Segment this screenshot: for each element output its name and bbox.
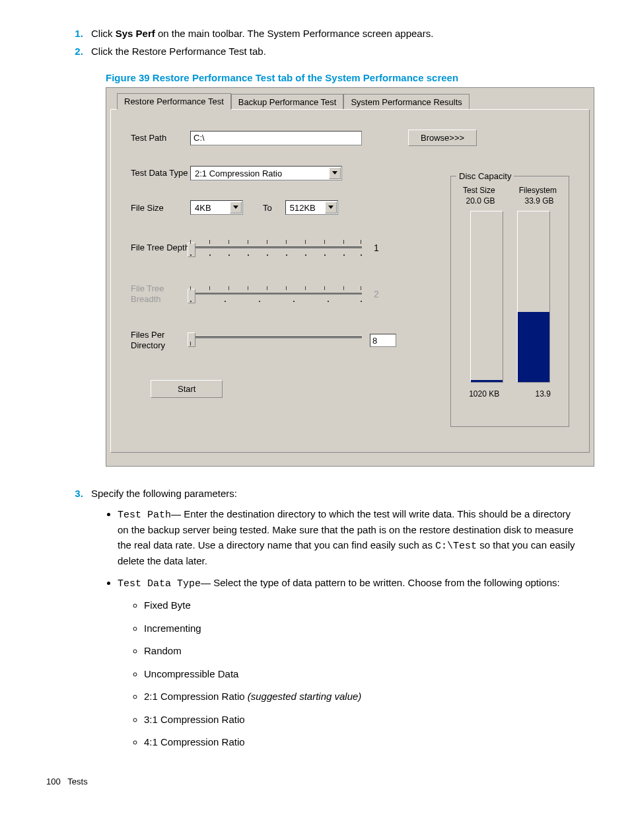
file-tree-depth-slider[interactable] bbox=[190, 235, 362, 261]
browse-button[interactable]: Browse>>> bbox=[408, 130, 477, 146]
label-to: To bbox=[263, 203, 272, 213]
page-number: 100 bbox=[46, 777, 61, 786]
data-type-options: Fixed Byte Incrementing Random Uncompres… bbox=[118, 598, 584, 750]
dc-bar-test-size bbox=[470, 211, 503, 383]
app-window: Restore Performance Test Backup Performa… bbox=[106, 87, 594, 467]
figure-caption: Figure 39 Restore Performance Test tab o… bbox=[106, 72, 584, 83]
opt-fixed-byte: Fixed Byte bbox=[144, 598, 584, 613]
files-per-directory-slider[interactable] bbox=[190, 327, 362, 354]
svg-marker-0 bbox=[332, 171, 337, 174]
step-2: Click the Restore Performance Test tab. bbox=[86, 44, 584, 59]
step-1: Click Sys Perf on the main toolbar. The … bbox=[86, 26, 584, 42]
svg-marker-2 bbox=[328, 206, 333, 209]
label-file-tree-depth: File Tree Depth bbox=[131, 243, 190, 253]
chevron-down-icon bbox=[329, 167, 341, 179]
params-bullets: Test Path— Enter the destination directo… bbox=[91, 507, 584, 750]
label-files-per-directory: Files Per Directory bbox=[131, 330, 190, 350]
tab-sys-results[interactable]: System Performance Results bbox=[343, 94, 469, 110]
opt-incrementing: Incrementing bbox=[144, 621, 584, 636]
tab-backup-perf[interactable]: Backup Performance Test bbox=[231, 94, 344, 110]
test-path-input[interactable] bbox=[190, 131, 362, 145]
step-3: Specify the following parameters: Test P… bbox=[86, 486, 584, 750]
tab-body: Test Path Browse>>> Test Data Type 2:1 C… bbox=[110, 109, 590, 453]
dc-value-filesystem: 33.9 GB bbox=[524, 196, 553, 206]
disc-capacity-panel: Disc Capacity Test Size Filesystem 20.0 … bbox=[450, 176, 569, 427]
dc-header-test-size: Test Size bbox=[463, 186, 495, 195]
file-tree-depth-value: 1 bbox=[374, 243, 379, 253]
dc-bottom-filesystem: 13.9 bbox=[535, 389, 550, 399]
dc-header-filesystem: Filesystem bbox=[519, 186, 557, 195]
chevron-down-icon bbox=[230, 202, 242, 213]
opt-2-1: 2:1 Compression Ratio (suggested startin… bbox=[144, 689, 584, 705]
param-test-path: Test Path— Enter the destination directo… bbox=[118, 507, 584, 569]
dc-bottom-test-size: 1020 KB bbox=[469, 389, 499, 399]
svg-marker-1 bbox=[233, 206, 238, 209]
label-test-data-type: Test Data Type bbox=[131, 168, 190, 178]
opt-uncompressible: Uncompressible Data bbox=[144, 667, 584, 682]
test-data-type-dropdown[interactable]: 2:1 Compression Ratio bbox=[190, 166, 342, 180]
files-per-directory-input[interactable] bbox=[370, 334, 396, 347]
file-tree-breadth-value: 2 bbox=[374, 289, 379, 299]
disc-capacity-legend: Disc Capacity bbox=[456, 171, 514, 181]
label-file-tree-breadth: File Tree Breadth bbox=[131, 284, 190, 304]
steps-list: Click Sys Perf on the main toolbar. The … bbox=[46, 26, 584, 59]
param-test-data-type: Test Data Type— Select the type of data … bbox=[118, 576, 584, 750]
opt-random: Random bbox=[144, 644, 584, 659]
chevron-down-icon bbox=[325, 202, 337, 213]
file-tree-breadth-slider bbox=[190, 281, 362, 307]
page-footer: 100 Tests bbox=[46, 777, 584, 786]
file-size-from-dropdown[interactable]: 4KB bbox=[190, 200, 243, 215]
tab-restore-perf[interactable]: Restore Performance Test bbox=[117, 93, 231, 110]
dc-value-test-size: 20.0 GB bbox=[466, 196, 495, 206]
label-file-size: File Size bbox=[131, 203, 190, 213]
label-test-path: Test Path bbox=[131, 133, 190, 143]
section-name: Tests bbox=[67, 777, 87, 786]
file-size-to-dropdown[interactable]: 512KB bbox=[285, 200, 338, 215]
tabs-row: Restore Performance Test Backup Performa… bbox=[110, 92, 590, 109]
dc-bar-filesystem bbox=[517, 211, 550, 383]
opt-3-1: 3:1 Compression Ratio bbox=[144, 712, 584, 728]
steps-list-continued: Specify the following parameters: Test P… bbox=[46, 486, 584, 750]
opt-4-1: 4:1 Compression Ratio bbox=[144, 735, 584, 750]
start-button[interactable]: Start bbox=[151, 380, 223, 398]
